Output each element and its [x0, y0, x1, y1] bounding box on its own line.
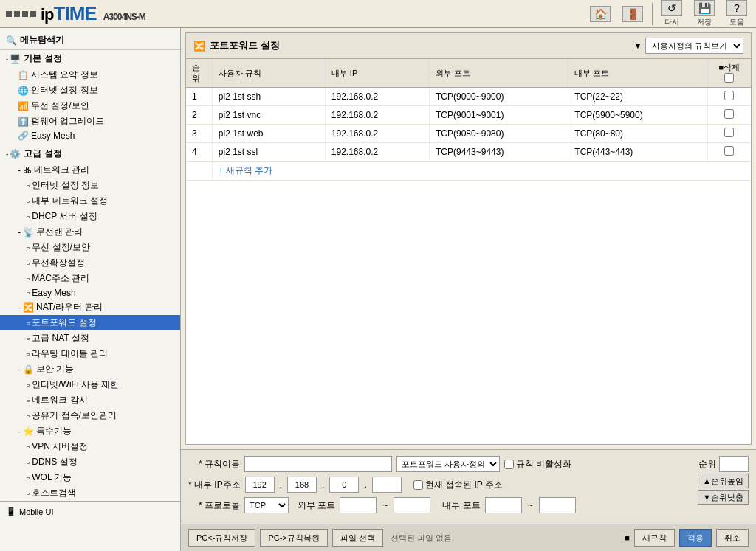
ip-seg4[interactable]: [372, 477, 402, 493]
sidebar-section-basic[interactable]: - 🖥️ 기본 설정: [0, 50, 180, 67]
mac-mgmt-icon: ▫: [27, 274, 30, 284]
disable-rule-checkbox[interactable]: [504, 460, 514, 469]
sidebar-item-wireless-ext[interactable]: ▫ 무선확장설정: [0, 255, 180, 271]
sidebar-item-portforward[interactable]: ▫ 포트포워드 설정: [0, 315, 180, 330]
sidebar-subsection-security[interactable]: - 🔒 보안 기능: [0, 361, 180, 377]
logout-button[interactable]: 🚪: [619, 4, 646, 24]
wireless-icon: 📶: [18, 101, 29, 111]
advanced-section-label: 고급 설정: [24, 148, 61, 160]
special-icon: ⭐: [23, 426, 34, 437]
sidebar-item-ddns[interactable]: ▫ DDNS 설정: [0, 454, 180, 470]
mobile-ui-bar[interactable]: 📱 Mobile UI: [0, 501, 180, 521]
portforward-table: 순위 사용자 규칙 내부 IP 외부 포트 내부 포트 ■삭제: [186, 59, 751, 181]
sidebar-item-internet-restrict[interactable]: ▫ 인터넷/WiFi 사용 제한: [0, 377, 180, 392]
row-rule: pi2 1st web: [212, 125, 325, 143]
help-icon: ?: [726, 0, 747, 16]
wireless-ext-icon: ▫: [27, 258, 30, 268]
help-button[interactable]: ? 도움: [724, 0, 750, 29]
sidebar-item-mac-mgmt[interactable]: ▫ MAC주소 관리: [0, 271, 180, 286]
refresh-button[interactable]: ↺ 다시: [659, 0, 685, 29]
mobile-icon: 📱: [6, 507, 16, 516]
select-all-checkbox[interactable]: [724, 73, 734, 83]
sidebar-item-wireless-security[interactable]: 📶 무선 설정/보안: [0, 98, 180, 114]
sidebar-item-easymesh-basic[interactable]: 🔗 Easy Mesh: [0, 129, 180, 142]
toggle-advanced: -: [6, 150, 8, 158]
apply-button[interactable]: 적용: [679, 529, 712, 547]
sidebar-item-firmware[interactable]: ⬆️ 펌웨어 업그레이드: [0, 114, 180, 129]
rule-type-select[interactable]: 포트포워드 사용자정의: [396, 456, 500, 472]
portforward-form: 규칙이름 포트포워드 사용자정의 규칙 비활성화 내부 IP주소: [181, 449, 756, 524]
connected-ip-checkbox[interactable]: [413, 480, 423, 490]
row-delete-checkbox[interactable]: [724, 128, 734, 137]
row-ip: 192.168.0.2: [325, 125, 429, 143]
sidebar-item-advanced-nat[interactable]: ▫ 고급 NAT 설정: [0, 330, 180, 346]
row-delete-checkbox[interactable]: [724, 91, 734, 100]
protocol-select[interactable]: TCP: [244, 497, 289, 513]
toggle-special: -: [18, 426, 21, 437]
wireless-mgmt-icon: 📡: [23, 227, 34, 238]
ip-seg1[interactable]: [245, 477, 275, 493]
table-row[interactable]: 4 pi2 1st ssl 192.168.0.2 TCP(9443~9443)…: [186, 143, 751, 162]
row-delete-checkbox[interactable]: [724, 109, 734, 119]
rule-name-input[interactable]: [244, 456, 392, 472]
rank-input[interactable]: [719, 456, 749, 472]
sidebar-item-internet-info[interactable]: 🌐 인터넷 설정 정보: [0, 83, 180, 98]
ext-port-from[interactable]: [340, 497, 377, 513]
rank-area: 순위 ▲순위높임 ▼순위낮춤: [698, 456, 749, 505]
sidebar-item-dhcp[interactable]: ▫ DHCP 서버 설정: [0, 209, 180, 224]
add-rule-row[interactable]: + 새규칙 추가: [186, 162, 751, 181]
sidebar-item-internet-setting[interactable]: ▫ 인터넷 설정 정보: [0, 178, 180, 193]
int-port-to[interactable]: [539, 497, 576, 513]
new-rule-button[interactable]: 새규칙: [634, 529, 675, 547]
row-rule: pi2 1st ssh: [212, 88, 325, 106]
row-rule: pi2 1st vnc: [212, 106, 325, 125]
sidebar-item-host-search[interactable]: ▫ 호스트검색: [0, 485, 180, 501]
int-port-from[interactable]: [485, 497, 522, 513]
table-row[interactable]: 1 pi2 1st ssh 192.168.0.2 TCP(9000~9000)…: [186, 88, 751, 106]
row-delete-checkbox[interactable]: [724, 146, 734, 156]
help-label: 도움: [729, 17, 744, 27]
sidebar-item-system-summary[interactable]: 📋 시스템 요약 정보: [0, 67, 180, 83]
portforward-title: 포트포워드 설정: [210, 39, 280, 52]
logout-icon: 🚪: [622, 6, 643, 22]
sidebar-subsection-wireless[interactable]: - 📡 무선랜 관리: [0, 224, 180, 240]
refresh-label: 다시: [664, 17, 679, 27]
sidebar-subsection-special[interactable]: - ⭐ 특수기능: [0, 423, 180, 439]
ip-seg3[interactable]: [329, 477, 359, 493]
sidebar-item-routing-table[interactable]: ▫ 라우팅 테이블 관리: [0, 346, 180, 361]
rank-down-button[interactable]: ▼순위낮춤: [698, 490, 749, 505]
home-icon: 🏠: [590, 6, 611, 22]
sidebar-item-wireless-sec[interactable]: ▫ 무선 설정/보안: [0, 240, 180, 255]
table-row[interactable]: 3 pi2 1st web 192.168.0.2 TCP(9080~9080)…: [186, 125, 751, 143]
col-internal-port: 내부 포트: [568, 59, 707, 88]
sidebar-item-access-security[interactable]: ▫ 공유기 접속/보안관리: [0, 408, 180, 423]
file-select-button[interactable]: 파일 선택: [332, 529, 383, 547]
pc-save-button[interactable]: PC<-규칙저장: [188, 529, 255, 547]
view-select[interactable]: 사용자정의 규칙보기: [645, 38, 743, 54]
pc-restore-button[interactable]: PC->규칙복원: [260, 529, 327, 547]
sidebar-item-wol[interactable]: ▫ WOL 기능: [0, 470, 180, 485]
row-int-port: TCP(22~22): [568, 88, 707, 106]
sidebar-subsection-nat[interactable]: - 🔀 NAT/라우터 관리: [0, 299, 180, 315]
save-button[interactable]: 💾 저장: [691, 0, 718, 29]
sidebar-item-network-monitor[interactable]: ▫ 네트워크 감시: [0, 392, 180, 408]
sidebar-item-internal-network[interactable]: ▫ 내부 네트워크 설정: [0, 193, 180, 209]
sidebar-section-advanced[interactable]: - ⚙️ 고급 설정: [0, 145, 180, 162]
sidebar-subsection-network[interactable]: - 🖧 네트워크 관리: [0, 162, 180, 178]
add-rule-label[interactable]: + 새규칙 추가: [212, 162, 751, 181]
easymesh-adv-icon: ▫: [27, 288, 30, 298]
titlebar-left: ipTIME A3004NS-M: [6, 2, 145, 25]
advanced-nat-icon: ▫: [27, 333, 30, 344]
toggle-wireless: -: [18, 227, 21, 238]
row-int-port: TCP(80~80): [568, 125, 707, 143]
ip-seg2[interactable]: [287, 477, 317, 493]
cancel-button[interactable]: 취소: [716, 529, 749, 547]
sidebar-item-vpn[interactable]: ▫ VPN 서버설정: [0, 439, 180, 454]
rank-up-button[interactable]: ▲순위높임: [698, 474, 749, 488]
home-button[interactable]: 🏠: [587, 4, 614, 24]
save-icon: 💾: [694, 0, 715, 16]
internal-ip-row: 내부 IP주소 . . . 현재 접속된 IP 주소: [188, 477, 686, 493]
ext-port-to[interactable]: [394, 497, 430, 513]
table-row[interactable]: 2 pi2 1st vnc 192.168.0.2 TCP(9001~9001)…: [186, 106, 751, 125]
sidebar-item-easymesh-adv[interactable]: ▫ Easy Mesh: [0, 286, 180, 299]
